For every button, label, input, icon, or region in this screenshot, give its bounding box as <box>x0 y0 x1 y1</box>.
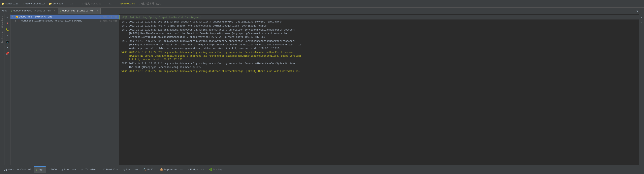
top-code-area: 📁 controller ☕ UserController 📁 service … <box>0 0 644 8</box>
run-label: Run: <box>2 9 8 12</box>
java-file-icon: ☕ <box>23 2 24 5</box>
code-line-21: @Autowired //这个是本地 注入 <box>115 2 160 5</box>
run-items-list: ▼ 🐱 dubbo-web [tomcat7:run] 1 min, 51 se… <box>10 14 119 24</box>
run-tab-label-1: dubbo-service [tomcat7:run] <box>13 9 52 12</box>
status-endpoints[interactable]: ↗ Endpoints <box>185 166 207 174</box>
run-item-name-1: dubbo-web [tomcat7:run] <box>19 15 99 18</box>
services-label: Services <box>126 168 138 171</box>
settings-gear-icon[interactable]: ⚙ <box>636 9 638 13</box>
usercontroller-label: UserController <box>25 2 46 5</box>
status-dependencies[interactable]: 📦 Dependencies <box>158 166 185 174</box>
run-status-icon: ▶ <box>36 168 38 172</box>
status-terminal[interactable]: >_ Terminal <box>79 166 100 174</box>
terminal-icon: >_ <box>82 168 85 171</box>
file-usercontroller[interactable]: ☕ UserController <box>23 2 46 5</box>
todo-icon: ✓ <box>48 168 50 172</box>
dependencies-icon: 📦 <box>160 168 163 172</box>
stop-icon[interactable]: ■ <box>5 21 10 26</box>
spring-label: Spring <box>213 168 222 171</box>
controller-label: controller <box>6 2 20 5</box>
log-entry-5: INFO 2022-11-13 21:25:27,824 org.apache.… <box>119 62 639 69</box>
status-profiler[interactable]: ⏱ Profiler <box>100 166 121 174</box>
run-item-time-1: 1 min, 51 sec <box>100 16 117 18</box>
coverage-icon[interactable]: ⊙ <box>5 33 10 38</box>
left-sidebar-labels: Structure Bookmarks <box>0 14 4 165</box>
run-status-label: Run <box>39 168 43 172</box>
icon-strip: ↺ ■ 🐛 ⊙ 📷 ✦ 📌 <box>4 14 10 165</box>
status-problems[interactable]: ⚠ Problems <box>59 166 79 174</box>
log-entry-0: INFO 2022-11-13 21:25:27,262 org.springf… <box>119 20 639 24</box>
endpoints-icon: ↗ <box>188 168 190 172</box>
run-item-time-2: 1 min, 50 sec <box>100 20 117 22</box>
run-tab-settings: ⚙ — <box>636 9 642 13</box>
wrap-text-icon[interactable]: ⇌ <box>639 15 644 20</box>
status-spring[interactable]: 🌿 Spring <box>207 166 225 174</box>
log-panel: 信息: Initializing Spring DispatcherServle… <box>119 14 639 165</box>
folder2-icon: 📁 <box>49 2 52 5</box>
run-tab-icon-2: ▶ <box>60 10 62 12</box>
run-panel: ▼ 🐱 dubbo-web [tomcat7:run] 1 min, 51 se… <box>10 14 119 165</box>
version-control-label: Version Control <box>8 168 32 171</box>
line-number-20: 20 <box>70 2 73 5</box>
main-outer: Structure Bookmarks ↺ ■ 🐛 ⊙ 📷 ✦ 📌 ▼ 🐱 du… <box>0 14 644 165</box>
line-number-21: 21 <box>109 2 112 5</box>
log-entry-2: INFO 2022-11-13 21:25:27,528 org.apache.… <box>119 28 639 39</box>
spring-icon: 🌿 <box>209 168 212 172</box>
status-services[interactable]: ⚙ Services <box>121 166 141 174</box>
run-tabs-bar: Run: ▶ dubbo-service [tomcat7:run] ✕ ▶ d… <box>0 8 644 14</box>
status-version-control[interactable]: ⎇ Version Control <box>2 166 34 174</box>
run-tab-icon-1: ▶ <box>11 10 13 12</box>
structure-icon[interactable]: ✦ <box>5 45 10 50</box>
camera-icon[interactable]: 📷 <box>5 39 10 44</box>
run-tab-dubbo-service[interactable]: ▶ dubbo-service [tomcat7:run] ✕ <box>9 8 58 14</box>
filter-icon[interactable]: ≡ <box>639 20 644 25</box>
log-entry-6: WARN 2022-11-13 21:25:27,837 org.apache.… <box>119 69 639 73</box>
services-icon: ⚙ <box>124 168 125 172</box>
endpoints-label: Endpoints <box>190 168 204 171</box>
run-item-name-2: com.dingjiaxiong:dubbo-web:war:1.0-SNAPS… <box>21 19 99 22</box>
profiler-label: Profiler <box>106 168 119 171</box>
version-control-icon: ⎇ <box>4 168 7 172</box>
run-item-dubbo-web[interactable]: ▼ 🐱 dubbo-web [tomcat7:run] 1 min, 51 se… <box>10 15 119 19</box>
run-tab-label-2: dubbo-web [tomcat7:run] <box>62 9 96 12</box>
restart-icon[interactable]: ↺ <box>5 15 10 20</box>
todo-label: TODO <box>50 168 57 171</box>
status-run[interactable]: ▶ Run <box>34 166 46 174</box>
structure-label: Structure <box>1 14 4 29</box>
run-tab-close-1[interactable]: ✕ <box>54 10 55 12</box>
problems-icon: ⚠ <box>62 168 63 172</box>
profiler-icon: ⏱ <box>103 168 106 171</box>
dependencies-label: Dependencies <box>164 168 183 171</box>
pin-icon[interactable]: 📌 <box>5 51 10 56</box>
status-todo[interactable]: ✓ TODO <box>46 166 59 174</box>
terminal-label: Terminal <box>85 168 98 171</box>
arrow-down-icon: ▼ <box>12 16 14 18</box>
log-entry-4: WARN 2022-11-13 21:25:27,529 org.apache.… <box>119 50 639 62</box>
status-bar: ⎇ Version Control ▶ Run ✓ TODO ⚠ Problem… <box>0 165 644 174</box>
tomcat-icon: 🐱 <box>15 16 18 18</box>
debug-icon[interactable]: 🐛 <box>5 27 10 32</box>
file-controller: 📁 controller <box>2 2 20 5</box>
status-build[interactable]: 🔨 Build <box>141 166 158 174</box>
build-icon: 🔨 <box>143 168 146 172</box>
problems-label: Problems <box>64 168 76 171</box>
code-line-20: //注入 Service <box>76 2 102 5</box>
minimize-icon[interactable]: — <box>640 9 642 13</box>
folder-icon: 📁 <box>2 2 5 5</box>
file-service: 📁 service <box>49 2 63 5</box>
run-item-snapshot[interactable]: ▶ ⬡ com.dingjiaxiong:dubbo-web:war:1.0-S… <box>10 19 119 23</box>
bookmarks-label: Bookmarks <box>1 29 4 44</box>
log-entry-1: INFO 2022-11-13 21:25:27,450 ?: using lo… <box>119 24 639 28</box>
service-label: service <box>53 2 63 5</box>
log-entry-3: INFO 2022-11-13 21:25:27,528 org.apache.… <box>119 39 639 50</box>
right-icons-panel: ⇌ ≡ <box>639 14 644 165</box>
run-tab-dubbo-web[interactable]: ▶ dubbo-web [tomcat7:run] ✕ <box>58 8 100 14</box>
arrow-right-icon: ▶ <box>15 20 18 22</box>
maven-icon: ⬡ <box>18 20 20 22</box>
run-tab-close-2[interactable]: ✕ <box>97 10 98 12</box>
info-message: 信息: Initializing Spring DispatcherServle… <box>119 15 639 19</box>
build-label: Build <box>147 168 155 171</box>
